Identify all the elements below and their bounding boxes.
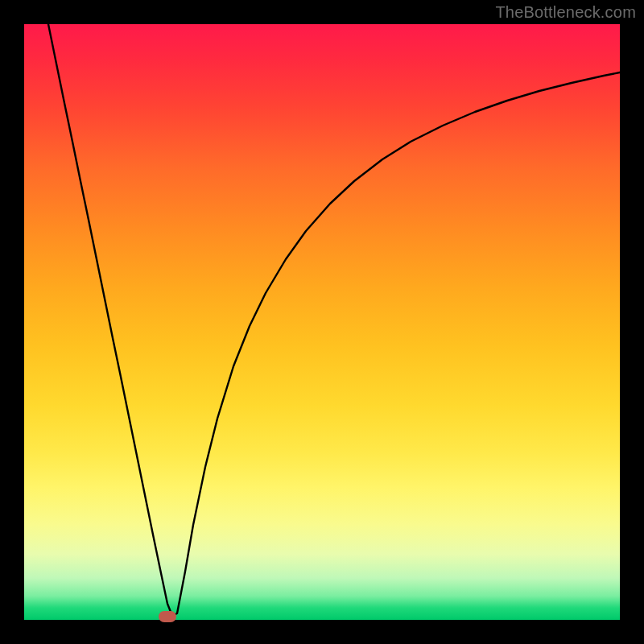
- minimum-marker: [159, 611, 176, 622]
- plot-area: [24, 24, 620, 620]
- bottleneck-curve: [24, 24, 620, 620]
- watermark-text: TheBottleneck.com: [495, 3, 636, 22]
- chart-frame: TheBottleneck.com: [0, 0, 644, 644]
- curve-path: [48, 24, 620, 616]
